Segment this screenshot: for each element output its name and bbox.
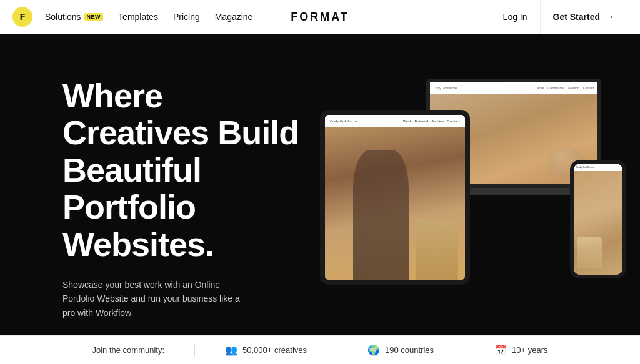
nav-magazine[interactable]: Magazine — [215, 12, 253, 22]
hero-title: Where Creatives Build Beautiful Portfoli… — [62, 77, 300, 263]
laptop-nav-bar: Cody Goldfinche Work Commercial Fashion … — [430, 82, 598, 94]
nav-solutions-label: Solutions — [45, 12, 81, 22]
countries-value: 190 countries — [385, 345, 434, 355]
navbar: F Solutions NEW Templates Pricing Magazi… — [0, 0, 640, 34]
nav-links: Solutions NEW Templates Pricing Magazine — [45, 12, 491, 22]
creatives-icon: 👥 — [225, 344, 238, 356]
nav-right: Log In Get Started → — [491, 0, 628, 34]
phone-mockup: Cody Goldfinche — [570, 160, 626, 278]
hero-devices: Cody Goldfinche Work Commercial Fashion … — [300, 34, 640, 335]
tablet-nav-bar: Cody Goldfinche Work Editorial Archive C… — [325, 115, 465, 127]
creatives-value: 50,000+ creatives — [242, 345, 307, 355]
phone-nav-bar: Cody Goldfinche — [574, 164, 622, 171]
nav-templates[interactable]: Templates — [118, 12, 158, 22]
hero-section: Where Creatives Build Beautiful Portfoli… — [0, 34, 640, 335]
separator-1 — [194, 344, 195, 357]
logo-letter: F — [20, 12, 26, 22]
nav-cta-label: Get Started — [553, 12, 600, 22]
tablet-body: Cody Goldfinche Work Editorial Archive C… — [320, 110, 470, 285]
nav-pricing-label: Pricing — [173, 12, 200, 22]
footer-stat-years: 📅 10+ years — [494, 344, 548, 356]
nav-cta-arrow: → — [605, 11, 615, 22]
nav-get-started-button[interactable]: Get Started → — [540, 0, 628, 34]
footer-join-label: Join the community: — [92, 345, 164, 355]
footer-stat-countries: 🌍 190 countries — [368, 344, 434, 356]
tablet-mockup: Cody Goldfinche Work Editorial Archive C… — [320, 110, 470, 285]
hero-content: Where Creatives Build Beautiful Portfoli… — [0, 34, 300, 335]
hero-subtitle: Showcase your best work with an Online P… — [62, 278, 244, 320]
nav-solutions[interactable]: Solutions NEW — [45, 12, 103, 22]
tablet-screen: Cody Goldfinche Work Editorial Archive C… — [325, 115, 465, 280]
login-button[interactable]: Log In — [491, 12, 540, 22]
device-group: Cody Goldfinche Work Commercial Fashion … — [320, 79, 620, 303]
years-value: 10+ years — [512, 345, 548, 355]
separator-3 — [464, 344, 464, 357]
years-icon: 📅 — [494, 344, 507, 356]
new-badge: NEW — [84, 13, 104, 21]
phone-image — [574, 171, 622, 275]
logo[interactable]: F — [12, 7, 32, 27]
phone-body: Cody Goldfinche — [570, 160, 626, 278]
nav-pricing[interactable]: Pricing — [173, 12, 200, 22]
footer-stat-creatives: 👥 50,000+ creatives — [225, 344, 307, 356]
countries-icon: 🌍 — [368, 344, 380, 356]
phone-screen: Cody Goldfinche — [574, 164, 622, 275]
nav-templates-label: Templates — [118, 12, 158, 22]
nav-magazine-label: Magazine — [215, 12, 253, 22]
separator-2 — [337, 344, 338, 357]
tablet-image — [325, 127, 465, 280]
footer-bar: Join the community: 👥 50,000+ creatives … — [0, 335, 640, 364]
nav-brand: FORMAT — [291, 11, 349, 24]
